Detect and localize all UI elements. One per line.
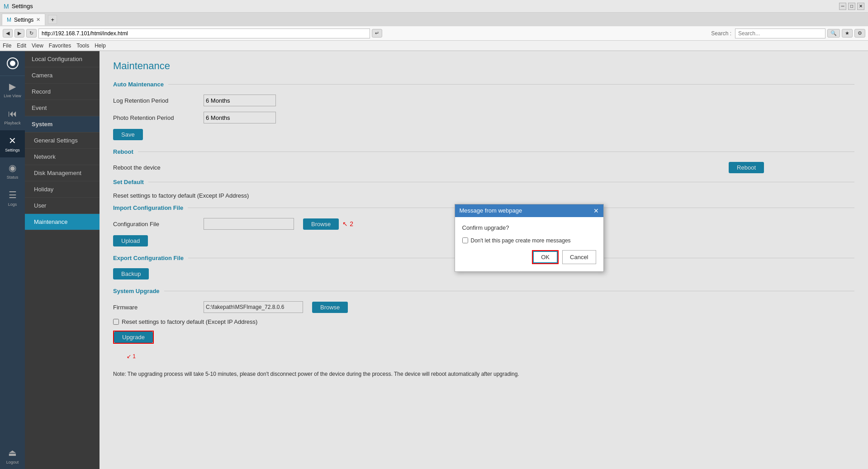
sidebar-item-settings[interactable]: ✕ Settings [0, 130, 25, 157]
nav-item-general-settings[interactable]: General Settings [25, 133, 100, 149]
dialog-title-bar: Message from webpage ✕ [455, 204, 603, 217]
dialog-checkbox[interactable] [462, 237, 468, 243]
settings-icon: ✕ [9, 135, 16, 146]
dialog-buttons: OK Cancel [462, 250, 596, 264]
logout-icon: ⏏ [8, 447, 17, 458]
browser-icon: M [4, 3, 9, 10]
ok-btn-container: OK [532, 250, 559, 264]
dialog-checkbox-row: Don't let this page create more messages [462, 237, 596, 244]
go-btn[interactable]: ↵ [372, 29, 382, 38]
dialog-title: Message from webpage [460, 207, 522, 214]
dialog-body: Confirm upgrade? Don't let this page cre… [455, 217, 603, 271]
playback-icon: ⏮ [8, 109, 17, 119]
tools-btn[interactable]: ⚙ [854, 29, 865, 38]
app-logo [0, 51, 25, 76]
search-input[interactable] [735, 28, 825, 38]
title-bar-left: M Settings [4, 3, 33, 10]
settings-label: Settings [5, 148, 20, 152]
address-bar[interactable] [38, 28, 370, 38]
new-tab-btn[interactable]: + [48, 15, 57, 24]
sidebar-item-logout[interactable]: ⏏ Logout [0, 442, 25, 469]
search-btn[interactable]: 🔍 [827, 29, 840, 38]
menu-bar: File Edit View Favorites Tools Help [0, 41, 868, 51]
window-title: Settings [12, 3, 33, 9]
logs-icon: ☰ [9, 189, 17, 200]
confirm-dialog: Message from webpage ✕ Confirm upgrade? … [455, 204, 604, 272]
nav-item-event[interactable]: Event [25, 100, 100, 116]
dialog-overlay: Message from webpage ✕ Confirm upgrade? … [100, 51, 868, 469]
icon-sidebar: ▶ Live View ⏮ Playback ✕ Settings ◉ Stat… [0, 51, 25, 469]
back-btn[interactable]: ◀ [3, 29, 13, 38]
menu-help[interactable]: Help [95, 43, 106, 49]
nav-item-holiday[interactable]: Holiday [25, 181, 100, 198]
nav-item-system[interactable]: System [25, 116, 100, 133]
nav-item-camera[interactable]: Camera [25, 67, 100, 84]
status-label: Status [7, 175, 19, 180]
logout-label: Logout [6, 460, 19, 464]
menu-tools[interactable]: Tools [76, 43, 89, 49]
live-view-label: Live View [4, 94, 21, 98]
refresh-btn[interactable]: ↻ [26, 29, 37, 38]
title-bar: M Settings ─ □ ✕ [0, 0, 868, 13]
live-view-icon: ▶ [9, 81, 16, 92]
sidebar-item-logs[interactable]: ☰ Logs [0, 185, 25, 212]
nav-item-maintenance[interactable]: Maintenance [25, 214, 100, 230]
menu-file[interactable]: File [3, 43, 11, 49]
tab-close[interactable]: ✕ [36, 17, 40, 23]
close-btn[interactable]: ✕ [857, 3, 864, 10]
dialog-ok-btn[interactable]: OK [533, 251, 558, 263]
app-container: ▶ Live View ⏮ Playback ✕ Settings ◉ Stat… [0, 51, 868, 469]
forward-btn[interactable]: ▶ [14, 29, 24, 38]
nav-item-network[interactable]: Network [25, 149, 100, 165]
browser-chrome: M Settings ─ □ ✕ M Settings ✕ + ◀ ▶ ↻ ↵ … [0, 0, 868, 51]
nav-item-local-config[interactable]: Local Configuration [25, 51, 100, 67]
sidebar-item-playback[interactable]: ⏮ Playback [0, 103, 25, 130]
tab-bar: M Settings ✕ + [0, 13, 868, 26]
sidebar-item-status[interactable]: ◉ Status [0, 157, 25, 185]
main-content: Maintenance Auto Maintenance Log Retenti… [100, 51, 868, 469]
menu-edit[interactable]: Edit [17, 43, 26, 49]
nav-bar: ◀ ▶ ↻ ↵ Search : 🔍 ★ ⚙ [0, 26, 868, 41]
nav-sidebar: Local Configuration Camera Record Event … [25, 51, 100, 469]
minimize-btn[interactable]: ─ [839, 3, 846, 10]
menu-favorites[interactable]: Favorites [49, 43, 71, 49]
maximize-btn[interactable]: □ [848, 3, 855, 10]
window-controls: ─ □ ✕ [839, 3, 864, 10]
nav-item-record[interactable]: Record [25, 84, 100, 100]
svg-point-1 [10, 61, 15, 66]
active-tab[interactable]: M Settings ✕ [2, 14, 45, 25]
status-icon: ◉ [9, 162, 16, 173]
nav-item-user[interactable]: User [25, 198, 100, 214]
dialog-cancel-btn[interactable]: Cancel [562, 250, 596, 264]
logs-label: Logs [8, 202, 17, 207]
sidebar-item-live-view[interactable]: ▶ Live View [0, 76, 25, 103]
tab-label: Settings [14, 17, 33, 23]
search-label: Search : [711, 30, 731, 37]
menu-view[interactable]: View [32, 43, 43, 49]
dialog-close-btn[interactable]: ✕ [593, 207, 599, 214]
playback-label: Playback [4, 121, 21, 125]
dialog-checkbox-label: Don't let this page create more messages [471, 237, 571, 244]
nav-item-disk-management[interactable]: Disk Management [25, 165, 100, 181]
dialog-message: Confirm upgrade? [462, 224, 596, 231]
favorites-btn[interactable]: ★ [842, 29, 853, 38]
